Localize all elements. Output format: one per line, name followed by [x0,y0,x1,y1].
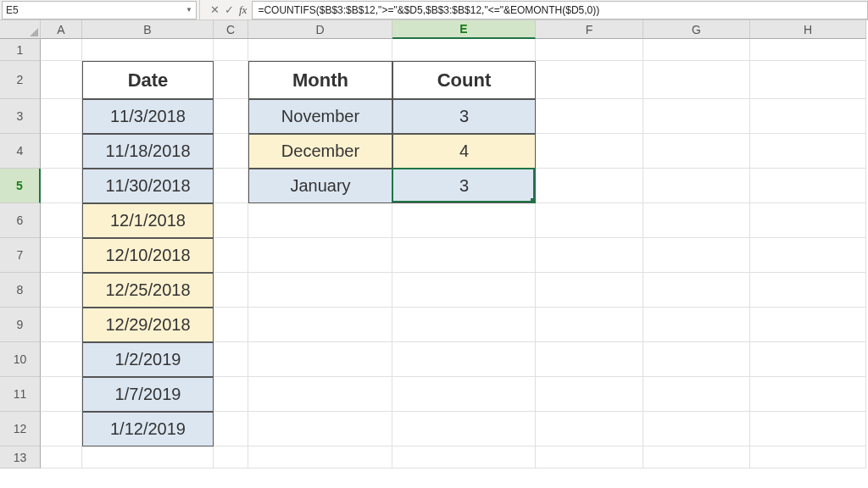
enter-icon[interactable]: ✓ [225,3,234,16]
formula-input[interactable]: =COUNTIFS($B$3:$B$12,">="&$D5,$B$3:$B$12… [252,1,868,19]
date-cell[interactable]: 12/1/2018 [82,203,214,238]
row-header-11[interactable]: 11 [0,377,41,412]
select-all-corner[interactable] [0,20,41,39]
col-header-F[interactable]: F [536,20,643,39]
row-header-8[interactable]: 8 [0,273,41,308]
col-header-G[interactable]: G [643,20,750,39]
name-box[interactable]: E5 ▼ [2,1,197,19]
row-header-2[interactable]: 2 [0,61,41,99]
row-header-13[interactable]: 13 [0,446,41,469]
date-header[interactable]: Date [82,61,214,99]
name-box-value: E5 [6,4,19,16]
date-cell[interactable]: 11/30/2018 [82,169,214,203]
count-header[interactable]: Count [392,61,536,99]
date-cell[interactable]: 1/7/2019 [82,377,214,412]
month-header[interactable]: Month [248,61,392,99]
formula-buttons: ✕ ✓ fx [205,3,252,17]
row-header-4[interactable]: 4 [0,134,41,169]
row-header-5[interactable]: 5 [0,169,41,203]
col-header-A[interactable]: A [41,20,82,39]
row-header-7[interactable]: 7 [0,238,41,273]
count-cell[interactable]: 3 [392,169,536,203]
separator [199,0,203,19]
formula-text: =COUNTIFS($B$3:$B$12,">="&$D5,$B$3:$B$12… [258,4,599,16]
col-header-D[interactable]: D [248,20,392,39]
date-cell[interactable]: 11/3/2018 [82,99,214,134]
month-cell[interactable]: November [248,99,392,134]
col-header-E[interactable]: E [392,20,536,39]
month-cell[interactable]: January [248,169,392,203]
col-header-H[interactable]: H [750,20,866,39]
row-header-12[interactable]: 12 [0,412,41,446]
count-cell[interactable]: 4 [392,134,536,169]
cancel-icon[interactable]: ✕ [210,3,220,16]
chevron-down-icon[interactable]: ▼ [186,6,192,14]
fx-icon[interactable]: fx [239,3,247,17]
month-cell[interactable]: December [248,134,392,169]
date-cell[interactable]: 1/12/2019 [82,412,214,446]
row-header-1[interactable]: 1 [0,39,41,61]
date-cell[interactable]: 1/2/2019 [82,342,214,377]
date-cell[interactable]: 12/25/2018 [82,273,214,308]
col-header-C[interactable]: C [214,20,248,39]
date-cell[interactable]: 11/18/2018 [82,134,214,169]
row-header-10[interactable]: 10 [0,342,41,377]
date-cell[interactable]: 12/10/2018 [82,238,214,273]
row-header-9[interactable]: 9 [0,308,41,342]
row-header-3[interactable]: 3 [0,99,41,134]
count-cell[interactable]: 3 [392,99,536,134]
date-cell[interactable]: 12/29/2018 [82,308,214,342]
col-header-B[interactable]: B [82,20,214,39]
formula-bar: E5 ▼ ✕ ✓ fx =COUNTIFS($B$3:$B$12,">="&$D… [0,0,868,20]
row-header-6[interactable]: 6 [0,203,41,238]
